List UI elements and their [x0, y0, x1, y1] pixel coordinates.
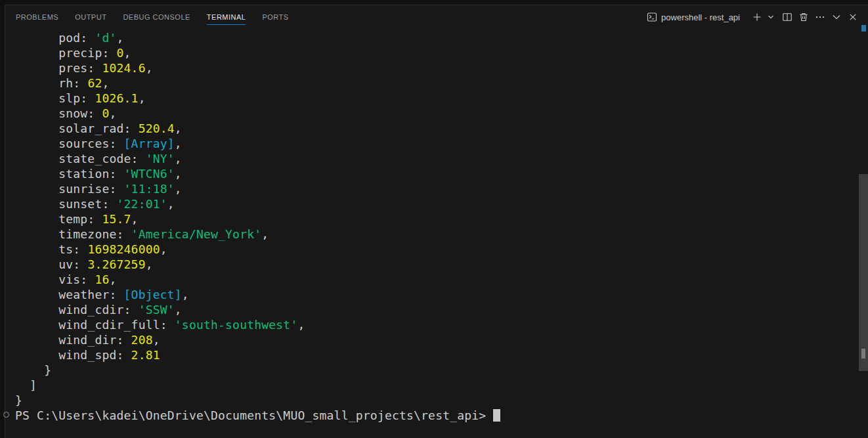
terminal-line: uv: 3.267259, — [15, 257, 855, 272]
terminal-prompt-line[interactable]: PS C:\Users\kadei\OneDrive\Documents\MUO… — [15, 408, 855, 423]
terminal-line: pres: 1024.6, — [15, 60, 855, 76]
terminal-instance-label[interactable]: powershell - rest_api — [661, 12, 740, 22]
prompt-text: PS C:\Users\kadei\OneDrive\Documents\MUO… — [15, 408, 493, 422]
tab-problems[interactable]: PROBLEMS — [16, 5, 58, 29]
terminal-line: ts: 1698246000, — [15, 242, 855, 257]
terminal-line: wind_spd: 2.81 — [15, 347, 855, 362]
terminal-line: sunset: '22:01', — [15, 196, 855, 211]
terminal-line: pod: 'd', — [15, 30, 855, 45]
terminal-line: sunrise: '11:18', — [15, 181, 855, 196]
panel-header: PROBLEMSOUTPUTDEBUG CONSOLETERMINALPORTS… — [5, 5, 868, 29]
terminal-scrollbar[interactable] — [859, 174, 868, 371]
launch-profile-button[interactable] — [764, 10, 778, 24]
more-actions-button[interactable] — [813, 10, 827, 24]
terminal-line: state_code: 'NY', — [15, 151, 855, 166]
terminal-line: slp: 1026.1, — [15, 91, 855, 106]
scrollbar-command-marker — [861, 349, 865, 359]
terminal-line: wind_cdir_full: 'south-southwest', — [15, 317, 855, 332]
terminal-cursor — [493, 409, 500, 422]
tab-debug-console[interactable]: DEBUG CONSOLE — [123, 5, 190, 29]
terminal-line: wind_cdir: 'SSW', — [15, 302, 855, 317]
panel-tabs: PROBLEMSOUTPUTDEBUG CONSOLETERMINALPORTS — [16, 5, 289, 29]
hide-panel-button[interactable] — [829, 10, 844, 24]
terminal-line: wind_dir: 208, — [15, 332, 855, 347]
overview-ruler-marker — [861, 25, 866, 32]
terminal-line: sources: [Array], — [15, 136, 855, 151]
terminal-line: vis: 16, — [15, 272, 855, 287]
split-terminal-button[interactable] — [780, 10, 794, 24]
chevron-down-icon — [768, 14, 774, 20]
new-terminal-button[interactable] — [750, 10, 764, 24]
close-panel-button[interactable] — [846, 10, 860, 24]
terminal-actions: powershell - rest_api — [647, 10, 860, 24]
terminal-line: snow: 0, — [15, 106, 855, 121]
terminal-line: rh: 62, — [15, 76, 855, 91]
vscode-terminal-panel-screenshot: PROBLEMSOUTPUTDEBUG CONSOLETERMINALPORTS… — [0, 0, 868, 438]
bottom-panel: PROBLEMSOUTPUTDEBUG CONSOLETERMINALPORTS… — [5, 5, 868, 438]
terminal-line: temp: 15.7, — [15, 211, 855, 227]
split-terminal-icon — [782, 12, 792, 22]
close-icon — [848, 12, 858, 22]
terminal-line: precip: 0, — [15, 45, 855, 60]
trash-icon — [798, 12, 809, 22]
chevron-down-icon — [831, 12, 842, 22]
powershell-terminal-icon — [647, 12, 657, 22]
tab-output[interactable]: OUTPUT — [75, 5, 106, 29]
terminal-line: } — [15, 362, 855, 378]
terminal-line: timezone: 'America/New_York', — [15, 227, 855, 242]
plus-icon — [752, 12, 762, 22]
ellipsis-icon — [815, 12, 825, 22]
terminal-line: solar_rad: 520.4, — [15, 121, 855, 136]
tab-ports[interactable]: PORTS — [262, 5, 288, 29]
command-decoration-icon[interactable] — [3, 412, 9, 418]
tab-terminal[interactable]: TERMINAL — [207, 5, 246, 29]
terminal-line: weather: [Object], — [15, 287, 855, 302]
terminal-line: station: 'WTCN6', — [15, 166, 855, 181]
terminal-line: } — [15, 393, 855, 408]
terminal-output[interactable]: pod: 'd', precip: 0, pres: 1024.6, rh: 6… — [15, 30, 855, 423]
kill-terminal-button[interactable] — [796, 10, 811, 24]
terminal-line: ] — [15, 378, 855, 393]
